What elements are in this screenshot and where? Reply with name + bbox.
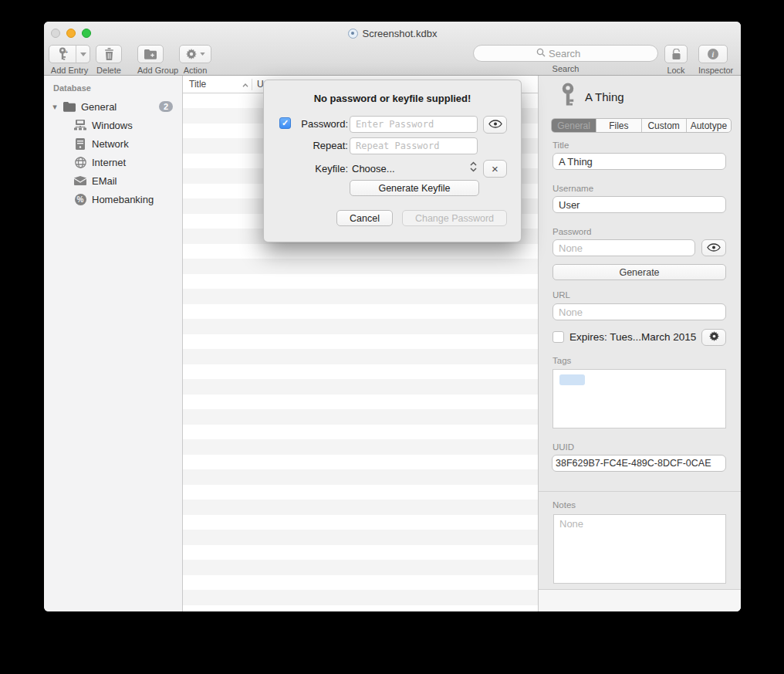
folder-plus-icon xyxy=(144,49,157,59)
notes-field[interactable] xyxy=(553,514,726,584)
window-title-area: Screenshot.kdbx xyxy=(44,22,741,45)
network-computers-icon xyxy=(73,119,87,131)
document-icon xyxy=(348,29,358,39)
inspector-panel: A Thing General Files Custom Autotype Ti… xyxy=(538,76,741,611)
sidebar-item-email[interactable]: EMail xyxy=(44,171,182,190)
add-group-tool: Add Group xyxy=(137,45,178,75)
gear-icon xyxy=(186,49,197,59)
search-field[interactable] xyxy=(473,45,658,62)
sidebar-item-label: Network xyxy=(92,138,129,150)
tab-custom[interactable]: Custom xyxy=(642,119,687,132)
entry-count-badge: 2 xyxy=(159,101,173,112)
trash-icon xyxy=(104,48,114,60)
sidebar-item-label: Homebanking xyxy=(92,194,154,205)
lock-button[interactable] xyxy=(664,45,688,63)
stepper-icon[interactable] xyxy=(470,161,477,174)
sidebar-item-network[interactable]: Network xyxy=(44,134,182,153)
tab-autotype[interactable]: Autotype xyxy=(687,119,731,132)
info-icon: i xyxy=(708,49,718,59)
envelope-icon xyxy=(73,174,87,187)
tab-general[interactable]: General xyxy=(552,119,596,132)
eye-icon xyxy=(488,119,502,130)
gear-icon xyxy=(709,331,719,344)
repeat-input[interactable] xyxy=(350,137,478,154)
delete-label: Delete xyxy=(96,66,122,75)
search-icon xyxy=(536,46,546,60)
password-input[interactable] xyxy=(350,116,478,133)
clear-keyfile-button[interactable]: × xyxy=(483,160,507,178)
chevron-down-icon[interactable] xyxy=(76,46,90,63)
tag-token[interactable] xyxy=(559,374,585,385)
title-field-label: Title xyxy=(553,141,569,150)
column-header-username[interactable]: U xyxy=(252,79,264,90)
sidebar-item-homebanking[interactable]: % Homebanking xyxy=(44,190,182,208)
lock-open-icon xyxy=(671,49,681,60)
window-title: Screenshot.kdbx xyxy=(363,28,438,39)
action-button[interactable] xyxy=(179,45,211,63)
column-header-title[interactable]: Title xyxy=(183,79,252,90)
close-icon: × xyxy=(492,162,498,175)
url-field-label: URL xyxy=(553,290,570,300)
sidebar-item-windows[interactable]: Windows xyxy=(44,116,182,134)
sort-ascending-icon xyxy=(242,79,248,90)
add-group-label: Add Group xyxy=(137,66,178,75)
search-tool: Search xyxy=(473,45,658,73)
globe-icon xyxy=(73,156,87,168)
delete-tool: Delete xyxy=(96,45,122,75)
tags-label: Tags xyxy=(553,356,571,365)
password-field[interactable] xyxy=(553,239,695,256)
toolbar: + Add Entry Delete xyxy=(44,45,741,76)
add-entry-label: Add Entry xyxy=(49,66,90,75)
dialog-title: No password or keyfile supplied! xyxy=(264,93,521,104)
add-entry-tool: + Add Entry xyxy=(49,45,90,75)
folder-icon xyxy=(63,100,76,113)
divider xyxy=(539,491,741,492)
inspector-footer xyxy=(539,589,741,611)
key-icon xyxy=(559,82,576,110)
screen: Screenshot.kdbx + Add Entry xyxy=(0,0,784,674)
change-password-button[interactable]: Change Password xyxy=(402,210,507,226)
generate-keyfile-button[interactable]: Generate Keyfile xyxy=(350,180,479,196)
search-label: Search xyxy=(473,64,658,73)
sidebar-item-label: Internet xyxy=(92,157,126,168)
eye-icon xyxy=(707,242,721,254)
password-checkbox[interactable]: ✓ xyxy=(279,117,291,129)
password-field-label: Password xyxy=(553,227,592,236)
sidebar-section-header: Database xyxy=(53,83,91,93)
expires-checkbox[interactable] xyxy=(553,331,564,343)
chevron-down-icon xyxy=(200,52,205,56)
uuid-field[interactable] xyxy=(552,455,726,472)
keyfile-label: Keyfile: xyxy=(294,163,348,174)
inspector-button[interactable]: i xyxy=(698,45,728,63)
cancel-button[interactable]: Cancel xyxy=(336,210,393,226)
add-entry-button[interactable]: + xyxy=(49,45,90,63)
svg-text:+: + xyxy=(65,49,68,55)
inspector-label: Inspector xyxy=(698,66,733,75)
reveal-password-button[interactable] xyxy=(483,116,507,134)
search-input[interactable] xyxy=(549,48,595,59)
sidebar-item-internet[interactable]: Internet xyxy=(44,153,182,171)
title-field[interactable] xyxy=(553,153,726,170)
disclosure-triangle-icon[interactable]: ▾ xyxy=(50,102,59,112)
reveal-password-button[interactable] xyxy=(701,239,726,256)
tab-files[interactable]: Files xyxy=(596,119,641,132)
sidebar-item-label: General xyxy=(81,101,117,113)
url-field[interactable] xyxy=(553,303,726,320)
entry-title: A Thing xyxy=(585,90,624,103)
action-tool: Action xyxy=(179,45,211,75)
generate-password-button[interactable]: Generate xyxy=(553,264,726,280)
titlebar: Screenshot.kdbx xyxy=(44,22,741,45)
expires-label: Expires: Tues...March 2015 xyxy=(569,331,696,343)
lock-tool: Lock xyxy=(664,45,688,75)
percent-icon: % xyxy=(73,193,87,205)
username-field[interactable] xyxy=(553,196,726,213)
tags-box[interactable] xyxy=(553,369,726,428)
add-group-button[interactable] xyxy=(137,45,164,63)
inspector-tool: i Inspector xyxy=(698,45,733,75)
keyfile-popup[interactable]: Choose... xyxy=(352,163,395,174)
sidebar-item-general[interactable]: ▾ General 2 xyxy=(44,97,182,116)
expires-settings-button[interactable] xyxy=(701,329,726,346)
sidebar-item-label: EMail xyxy=(92,175,117,187)
delete-button[interactable] xyxy=(96,45,122,63)
uuid-label: UUID xyxy=(553,442,574,452)
